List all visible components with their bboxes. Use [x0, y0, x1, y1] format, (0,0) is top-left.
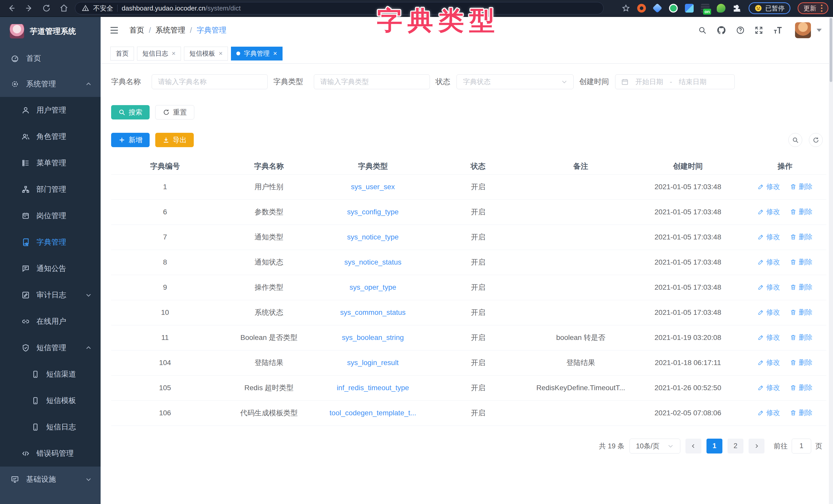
search-button[interactable]: 搜索: [111, 105, 150, 120]
dict-type-link[interactable]: sys_boolean_string: [342, 333, 404, 342]
edit-link[interactable]: 修改: [758, 383, 780, 392]
tab-home[interactable]: 首页: [110, 47, 134, 60]
edit-link[interactable]: 修改: [758, 257, 780, 267]
page-button-1[interactable]: 1: [707, 438, 722, 453]
sidebar-item-announcement[interactable]: 通知公告: [0, 255, 101, 282]
page-size-select[interactable]: 10条/页: [629, 438, 680, 453]
close-icon[interactable]: [172, 49, 175, 57]
extension-icon[interactable]: on: [701, 4, 710, 12]
sidebar-item-sms-management[interactable]: 短信管理: [0, 334, 101, 361]
edit-link[interactable]: 修改: [758, 408, 780, 417]
edit-link[interactable]: 修改: [758, 333, 780, 342]
close-icon[interactable]: [219, 49, 222, 57]
page-button-2[interactable]: 2: [728, 438, 743, 453]
dict-type-link[interactable]: sys_notice_type: [347, 233, 399, 241]
breadcrumb-system[interactable]: 系统管理: [156, 25, 185, 35]
hamburger-icon[interactable]: [109, 25, 119, 35]
sidebar-item-role-management[interactable]: 角色管理: [0, 123, 101, 150]
app-logo-row[interactable]: 芋道管理系统: [0, 17, 101, 46]
delete-link[interactable]: 删除: [790, 408, 812, 417]
delete-link[interactable]: 删除: [790, 182, 812, 191]
browser-back-icon[interactable]: [7, 4, 16, 12]
dict-type-link[interactable]: sys_common_status: [340, 308, 405, 316]
extension-icon[interactable]: [685, 4, 694, 12]
sidebar-item-sms-channel[interactable]: 短信渠道: [0, 361, 101, 387]
dict-type-input[interactable]: [314, 74, 430, 89]
sidebar-item-infrastructure[interactable]: 基础设施: [0, 467, 101, 492]
bookmark-star-icon[interactable]: [622, 4, 630, 12]
next-page-button[interactable]: [748, 438, 764, 453]
edit-link[interactable]: 修改: [758, 207, 780, 217]
user-menu[interactable]: [795, 22, 822, 38]
delete-link[interactable]: 删除: [790, 232, 812, 242]
text-size-icon[interactable]: [773, 25, 783, 35]
scrollbar-thumb[interactable]: [830, 18, 832, 82]
sidebar-item-dict-management[interactable]: 字典管理: [0, 229, 101, 255]
extension-icon[interactable]: [653, 4, 662, 12]
delete-icon: [790, 208, 796, 215]
delete-link[interactable]: 删除: [790, 257, 812, 267]
tab-sms-template[interactable]: 短信模板: [184, 47, 228, 60]
avatar[interactable]: [795, 22, 811, 38]
extensions-puzzle-icon[interactable]: [733, 4, 741, 12]
dict-type-link[interactable]: sys_notice_status: [344, 258, 402, 266]
sidebar-item-online-users[interactable]: 在线用户: [0, 308, 101, 334]
edit-link[interactable]: 修改: [758, 282, 780, 292]
delete-link[interactable]: 删除: [790, 333, 812, 342]
sidebar-item-sms-log[interactable]: 短信日志: [0, 414, 101, 440]
sidebar-item-post-management[interactable]: 岗位管理: [0, 203, 101, 229]
edit-link[interactable]: 修改: [758, 232, 780, 242]
tab-sms-log[interactable]: 短信日志: [137, 47, 181, 60]
sidebar-item-menu-management[interactable]: 菜单管理: [0, 150, 101, 176]
extension-icon[interactable]: [637, 4, 646, 12]
status-select[interactable]: 字典状态: [456, 74, 574, 89]
delete-link[interactable]: 删除: [790, 383, 812, 392]
close-icon[interactable]: [273, 49, 277, 57]
browser-forward-icon[interactable]: [25, 4, 33, 12]
breadcrumb-home[interactable]: 首页: [129, 25, 144, 35]
export-button[interactable]: 导出: [155, 133, 194, 147]
sidebar-item-home[interactable]: 首页: [0, 46, 101, 71]
tab-dict-management[interactable]: 字典管理: [231, 47, 282, 60]
delete-link[interactable]: 删除: [790, 358, 812, 367]
dict-type-link[interactable]: sys_login_result: [347, 359, 399, 367]
help-icon[interactable]: [736, 26, 745, 34]
edit-link[interactable]: 修改: [758, 308, 780, 317]
sidebar-item-sms-template[interactable]: 短信模板: [0, 387, 101, 414]
delete-link[interactable]: 删除: [790, 282, 812, 292]
sidebar-item-system-management[interactable]: 系统管理: [0, 71, 101, 97]
browser-reload-icon[interactable]: [42, 4, 51, 12]
reset-button[interactable]: 重置: [155, 105, 194, 120]
dict-type-link[interactable]: inf_redis_timeout_type: [337, 384, 409, 392]
fullscreen-icon[interactable]: [755, 26, 763, 34]
search-icon[interactable]: [698, 26, 707, 34]
extension-icon[interactable]: [717, 4, 725, 12]
dict-type-link[interactable]: sys_user_sex: [351, 183, 395, 191]
add-button[interactable]: 新增: [111, 133, 150, 147]
github-icon[interactable]: [716, 25, 726, 35]
sidebar-item-user-management[interactable]: 用户管理: [0, 97, 101, 123]
goto-page-input[interactable]: [792, 438, 811, 453]
edit-link[interactable]: 修改: [758, 182, 780, 191]
show-search-button[interactable]: [788, 133, 802, 147]
edit-link[interactable]: 修改: [758, 358, 780, 367]
prev-page-button[interactable]: [686, 438, 701, 453]
profile-paused-pill[interactable]: 已暂停: [748, 2, 790, 14]
delete-link[interactable]: 删除: [790, 308, 812, 317]
sidebar-item-department-management[interactable]: 部门管理: [0, 176, 101, 203]
delete-link[interactable]: 删除: [790, 207, 812, 217]
sidebar-item-audit-log[interactable]: 审计日志: [0, 282, 101, 308]
date-range-picker[interactable]: 开始日期 - 结束日期: [615, 74, 735, 89]
dict-type-link[interactable]: sys_oper_type: [350, 283, 396, 291]
dict-type-link[interactable]: sys_config_type: [347, 208, 399, 216]
dict-type-link[interactable]: tool_codegen_template_t...: [330, 409, 416, 417]
page-scrollbar[interactable]: [829, 17, 833, 504]
refresh-table-button[interactable]: [809, 133, 823, 147]
extension-icon[interactable]: [669, 4, 678, 12]
browser-home-icon[interactable]: [60, 4, 68, 12]
browser-update-pill[interactable]: 更新: [798, 2, 828, 14]
address-bar[interactable]: 不安全 dashboard.yudao.iocoder.cn/system/di…: [75, 2, 603, 14]
sidebar-item-error-code-management[interactable]: 错误码管理: [0, 440, 101, 467]
chrome-menu-icon[interactable]: [821, 5, 823, 12]
dict-name-input[interactable]: [152, 74, 268, 89]
